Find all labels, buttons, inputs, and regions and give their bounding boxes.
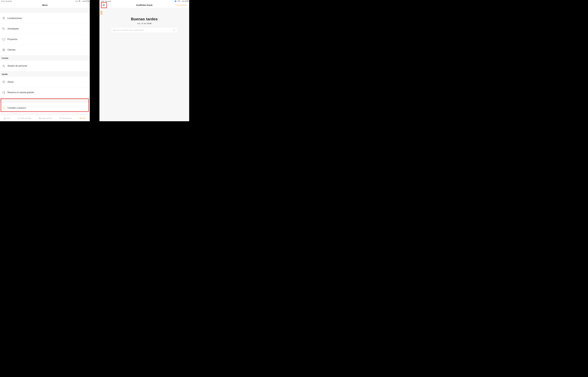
menu-item-support[interactable]: Apoyo › bbox=[0, 77, 90, 87]
screen-kiosk: 14.36 Tue 16 Apr ✈ ☾ 84% Gryffindor Kios… bbox=[99, 0, 189, 121]
location-arrow-icon: ➤ bbox=[75, 0, 77, 2]
menu-label: Apoyo bbox=[8, 81, 87, 83]
tab-label: Menú bbox=[82, 117, 86, 119]
search-box[interactable] bbox=[111, 27, 178, 33]
menu-icon bbox=[79, 117, 81, 119]
menu-item-kiosk-switch[interactable]: Cambiar a quiosco › bbox=[0, 103, 90, 113]
folder-icon bbox=[2, 37, 6, 41]
kiosk-icon bbox=[2, 106, 6, 110]
section-account: Cuenta bbox=[0, 55, 90, 61]
svg-point-1 bbox=[3, 28, 3, 28]
pin-icon bbox=[2, 16, 6, 20]
tab-label: Inicio bbox=[7, 117, 10, 119]
menu-label: Localizaciones bbox=[8, 17, 87, 20]
menu-list-main: Localizaciones › Actividades › Proyectos… bbox=[0, 13, 90, 55]
stopwatch-icon bbox=[18, 117, 20, 119]
tab-timesheets[interactable]: Hojas de horas bbox=[39, 117, 52, 119]
chevron-right-icon: › bbox=[87, 65, 88, 67]
svg-point-3 bbox=[3, 49, 4, 50]
svg-point-0 bbox=[3, 18, 4, 18]
page-title: Gryffindor Kiosk bbox=[136, 4, 153, 6]
chevron-right-icon: › bbox=[87, 38, 88, 40]
section-help: Ayuda bbox=[0, 71, 90, 77]
header: Gryffindor Kiosk Show members bbox=[99, 2, 189, 8]
airplane-icon: ✈ bbox=[77, 0, 78, 2]
chevron-right-icon: › bbox=[87, 91, 88, 94]
battery-percent: 84% bbox=[83, 0, 85, 2]
hourglass-icon bbox=[99, 11, 189, 15]
menu-item-tutorial[interactable]: Reserva un tutorial gratuito › bbox=[0, 87, 90, 98]
screen-menu: 14.34 Tue 16 Apr ➤ ✈ ☾ 84% Menú Localiza… bbox=[0, 0, 90, 121]
menu-item-activities[interactable]: Actividades › bbox=[0, 24, 90, 34]
tab-label: Aprobaciones bbox=[62, 117, 72, 119]
kiosk-date: mar, 16 abr 14:36 bbox=[99, 23, 189, 24]
status-time: 14.34 bbox=[1, 0, 4, 2]
header: Menú bbox=[0, 2, 90, 8]
shield-check-icon bbox=[60, 117, 62, 119]
svg-point-4 bbox=[3, 65, 4, 66]
kiosk-body: Buenas tardes mar, 16 abr 14:36 bbox=[99, 8, 189, 121]
menu-label: Ajustes de personal bbox=[8, 65, 87, 67]
menu-item-personal-settings[interactable]: Ajustes de personal › bbox=[0, 61, 90, 71]
menu-label: Reserva un tutorial gratuito bbox=[8, 91, 87, 94]
chevron-right-icon: › bbox=[87, 107, 88, 109]
svg-point-11 bbox=[3, 108, 4, 108]
menu-list-help: Apoyo › Reserva un tutorial gratuito › C… bbox=[0, 77, 90, 113]
home-icon bbox=[4, 117, 6, 119]
status-bar: 14.34 Tue 16 Apr ➤ ✈ ☾ 84% bbox=[0, 0, 90, 2]
clipboard-icon bbox=[39, 117, 41, 119]
tab-menu[interactable]: Menú bbox=[79, 117, 86, 119]
user-gear-icon bbox=[2, 64, 6, 68]
status-date: Tue 16 Apr bbox=[5, 0, 12, 2]
menu-list-account: Ajustes de personal › bbox=[0, 61, 90, 71]
moon-icon: ☾ bbox=[180, 0, 181, 2]
tab-approvals[interactable]: Aprobaciones bbox=[60, 117, 72, 119]
privacy-indicator-icon bbox=[175, 0, 176, 2]
wifi-icon bbox=[178, 0, 180, 2]
moon-icon: ☾ bbox=[81, 0, 82, 2]
show-members-button[interactable]: Show members bbox=[177, 4, 187, 6]
tab-home[interactable]: Inicio bbox=[4, 117, 10, 119]
spacer bbox=[0, 8, 90, 13]
tab-bar: Inicio Reloj de fichaje Hojas de horas A… bbox=[0, 115, 90, 121]
kiosk-date-prefix: mar, 16 abr bbox=[137, 23, 147, 24]
chevron-right-icon: › bbox=[87, 17, 88, 19]
tab-clock[interactable]: Reloj de fichaje bbox=[18, 117, 31, 119]
contacts-icon bbox=[2, 48, 6, 52]
menu-label: Cambiar a quiosco bbox=[8, 107, 87, 109]
svg-rect-8 bbox=[3, 93, 3, 93]
chevron-right-icon: › bbox=[87, 28, 88, 30]
menu-label: Actividades bbox=[8, 28, 87, 30]
search-icon bbox=[173, 29, 175, 31]
tag-icon bbox=[2, 27, 6, 31]
headset-icon bbox=[2, 91, 6, 94]
menu-item-locations[interactable]: Localizaciones › bbox=[0, 13, 90, 24]
svg-point-16 bbox=[173, 29, 175, 31]
gear-icon bbox=[102, 4, 105, 7]
battery-icon bbox=[86, 0, 89, 2]
battery-percent: 84% bbox=[182, 0, 185, 2]
tab-label: Reloj de fichaje bbox=[21, 117, 31, 119]
page-title: Menú bbox=[42, 4, 48, 6]
help-circle-icon bbox=[2, 80, 6, 84]
menu-item-clients[interactable]: Clientes › bbox=[0, 45, 90, 55]
status-time: 14.36 bbox=[101, 0, 104, 2]
status-date: Tue 16 Apr bbox=[105, 0, 111, 2]
svg-point-15 bbox=[103, 5, 104, 5]
search-input[interactable] bbox=[113, 29, 173, 31]
menu-label: Clientes bbox=[8, 48, 87, 51]
airplane-icon: ✈ bbox=[177, 0, 178, 2]
chevron-right-icon: › bbox=[87, 81, 88, 83]
chevron-right-icon: › bbox=[87, 49, 88, 51]
kiosk-greeting: Buenas tardes bbox=[99, 17, 189, 21]
menu-label: Proyectos bbox=[8, 38, 87, 41]
settings-button[interactable] bbox=[101, 3, 106, 7]
battery-icon bbox=[185, 0, 188, 2]
menu-item-projects[interactable]: Proyectos › bbox=[0, 34, 90, 45]
wifi-icon bbox=[79, 0, 80, 2]
svg-rect-9 bbox=[4, 93, 5, 93]
kiosk-date-time: 14:36 bbox=[147, 23, 151, 24]
menu-scroll[interactable]: Localizaciones › Actividades › Proyectos… bbox=[0, 8, 90, 115]
tab-label: Hojas de horas bbox=[42, 117, 52, 119]
status-bar: 14.36 Tue 16 Apr ✈ ☾ 84% bbox=[99, 0, 189, 2]
